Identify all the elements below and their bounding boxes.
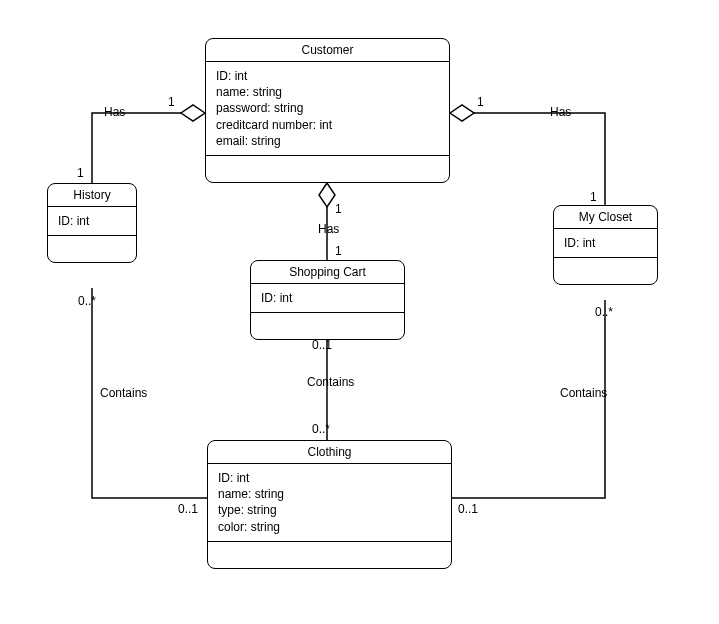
attr: ID: int [261, 290, 394, 306]
class-attrs: ID: int [251, 284, 404, 313]
multiplicity: 1 [77, 166, 84, 180]
class-attrs: ID: int name: string password: string cr… [206, 62, 449, 156]
class-title: My Closet [554, 206, 657, 229]
class-ops [48, 236, 136, 262]
class-attrs: ID: int [48, 207, 136, 236]
multiplicity: 0..* [595, 305, 613, 319]
attr: email: string [216, 133, 439, 149]
attr: name: string [218, 486, 441, 502]
attr: ID: int [58, 213, 126, 229]
attr: creditcard number: int [216, 117, 439, 133]
class-shoppingcart: Shopping Cart ID: int [250, 260, 405, 340]
multiplicity: 0..1 [458, 502, 478, 516]
class-title: Customer [206, 39, 449, 62]
attr: ID: int [218, 470, 441, 486]
class-title: History [48, 184, 136, 207]
attr: type: string [218, 502, 441, 518]
attr: ID: int [216, 68, 439, 84]
relation-label: Contains [307, 375, 354, 389]
multiplicity: 1 [335, 244, 342, 258]
relation-label: Has [550, 105, 571, 119]
attr: name: string [216, 84, 439, 100]
class-ops [208, 542, 451, 568]
relation-label: Contains [100, 386, 147, 400]
class-ops [554, 258, 657, 284]
multiplicity: 1 [335, 202, 342, 216]
class-customer: Customer ID: int name: string password: … [205, 38, 450, 183]
multiplicity: 1 [168, 95, 175, 109]
class-history: History ID: int [47, 183, 137, 263]
multiplicity: 0..* [312, 422, 330, 436]
attr: ID: int [564, 235, 647, 251]
multiplicity: 1 [590, 190, 597, 204]
class-attrs: ID: int [554, 229, 657, 258]
multiplicity: 0..1 [312, 338, 332, 352]
class-ops [251, 313, 404, 339]
relation-label: Has [318, 222, 339, 236]
class-title: Clothing [208, 441, 451, 464]
multiplicity: 1 [477, 95, 484, 109]
multiplicity: 0..* [78, 294, 96, 308]
relation-label: Contains [560, 386, 607, 400]
class-mycloset: My Closet ID: int [553, 205, 658, 285]
attr: color: string [218, 519, 441, 535]
relation-label: Has [104, 105, 125, 119]
attr: password: string [216, 100, 439, 116]
multiplicity: 0..1 [178, 502, 198, 516]
uml-canvas: Customer ID: int name: string password: … [0, 0, 719, 624]
class-clothing: Clothing ID: int name: string type: stri… [207, 440, 452, 569]
class-title: Shopping Cart [251, 261, 404, 284]
class-ops [206, 156, 449, 182]
class-attrs: ID: int name: string type: string color:… [208, 464, 451, 542]
